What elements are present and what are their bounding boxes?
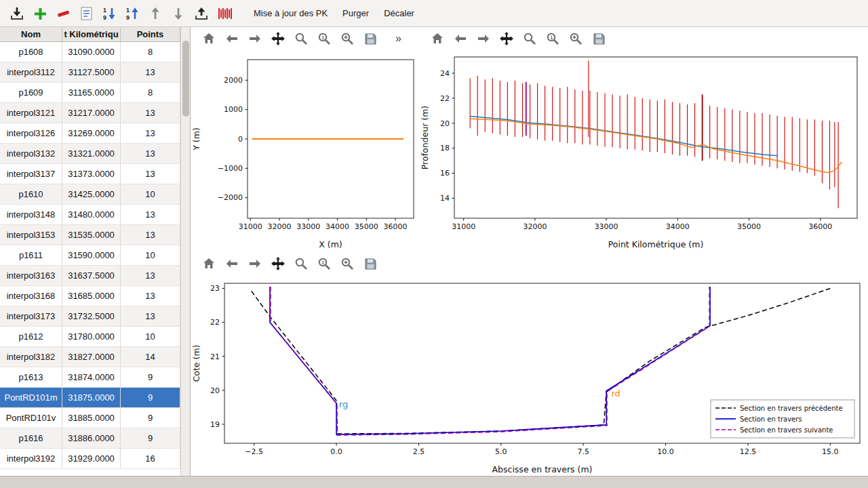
svg-text:Section en travers précédente: Section en travers précédente (740, 405, 843, 412)
table-row[interactable]: interpol315331535.000013 (0, 225, 180, 245)
cell-points: 10 (121, 327, 180, 347)
svg-text:Cote (m): Cote (m) (191, 345, 201, 382)
table-row[interactable]: p161131590.000010 (0, 245, 180, 266)
home-icon[interactable] (430, 31, 445, 46)
menu-purger[interactable]: Purger (336, 4, 376, 22)
move-down-icon[interactable] (168, 3, 189, 24)
svg-text:9: 9 (103, 14, 106, 21)
svg-text:Point Kilométrique (m): Point Kilométrique (m) (608, 239, 704, 249)
pan-icon[interactable] (271, 256, 285, 271)
cell-nom: p1613 (0, 367, 62, 388)
add-icon[interactable] (30, 3, 50, 24)
table-row[interactable]: p160931165.00008 (0, 83, 180, 103)
remove-icon[interactable] (53, 3, 73, 24)
main-toolbar: 19 19 Mise à jour des PK Purger Décaler (0, 0, 868, 27)
pan-icon[interactable] (499, 31, 514, 46)
back-icon[interactable] (453, 31, 468, 46)
zoom-in-icon[interactable] (568, 31, 583, 46)
svg-text:5.0: 5.0 (495, 447, 507, 456)
svg-text:34000: 34000 (666, 222, 690, 231)
table-row[interactable]: p161231780.000010 (0, 327, 180, 347)
cell-pk: 31480.0000 (62, 205, 121, 225)
back-icon[interactable] (224, 256, 239, 271)
pk-sections-icon[interactable] (214, 3, 235, 24)
table-row[interactable]: interpol312131217.000013 (0, 103, 180, 123)
cell-pk: 31780.0000 (62, 327, 121, 347)
zoom-in-icon[interactable] (340, 256, 355, 271)
table-row[interactable]: p161331874.00009 (0, 367, 180, 388)
save-icon[interactable] (363, 256, 378, 271)
cell-points: 13 (121, 266, 180, 286)
sort-descending-icon[interactable]: 19 (122, 3, 142, 24)
table-row[interactable]: PontRD101m31875.00009 (0, 388, 180, 408)
svg-text:22: 22 (210, 318, 220, 327)
column-header-pk[interactable]: t Kilométriqu (62, 27, 121, 41)
home-icon[interactable] (201, 256, 216, 271)
column-header-points[interactable]: Points (121, 27, 180, 41)
forward-icon[interactable] (248, 31, 262, 46)
table-row[interactable]: interpol316831685.000013 (0, 286, 180, 306)
home-icon[interactable] (201, 31, 216, 46)
column-header-nom[interactable]: Nom (0, 27, 62, 41)
table-row[interactable]: interpol313731373.000013 (0, 164, 180, 184)
menu-decaler[interactable]: Décaler (377, 4, 421, 22)
menu-mise-a-jour-pk[interactable]: Mise à jour des PK (247, 4, 334, 22)
table-row[interactable]: PontRD101v31885.00009 (0, 408, 180, 428)
move-up-icon[interactable] (145, 3, 165, 24)
save-icon[interactable] (591, 31, 606, 46)
export-icon[interactable] (191, 3, 212, 24)
cell-points: 14 (121, 347, 180, 367)
zoom-original-icon[interactable]: 1 (317, 256, 332, 271)
svg-text:15.0: 15.0 (822, 447, 839, 456)
cell-points: 13 (121, 306, 180, 327)
table-row[interactable]: interpol319231929.000016 (0, 449, 180, 469)
svg-text:rg: rg (339, 399, 348, 409)
cell-nom: interpol3192 (0, 449, 62, 469)
svg-text:Profondeur (m): Profondeur (m) (420, 106, 430, 169)
cell-pk: 31885.0000 (62, 408, 121, 428)
zoom-icon[interactable] (294, 31, 309, 46)
table-row[interactable]: p161631886.00009 (0, 428, 180, 449)
save-icon[interactable] (363, 31, 378, 46)
table-row[interactable]: interpol312631269.000013 (0, 123, 180, 144)
table-row[interactable]: interpol314831480.000013 (0, 205, 180, 225)
sort-ascending-icon[interactable]: 19 (99, 3, 119, 24)
table-scrollbar[interactable] (180, 27, 190, 476)
svg-text:1: 1 (550, 35, 553, 41)
table-row[interactable]: p161031425.000010 (0, 184, 180, 205)
plan-view-chart[interactable]: 310003200033000340003500036000−2000−1000… (191, 50, 419, 251)
zoom-original-icon[interactable]: 1 (317, 31, 332, 46)
cell-points: 9 (121, 388, 180, 408)
scrollbar-thumb[interactable] (182, 41, 189, 117)
svg-text:1: 1 (321, 260, 325, 266)
cross-section-chart[interactable]: −2.50.02.55.07.510.012.515.01920212223Ab… (191, 275, 868, 476)
cell-pk: 31127.5000 (62, 62, 121, 83)
cell-points: 13 (121, 144, 180, 164)
cell-pk: 31217.0000 (62, 103, 121, 123)
table-row[interactable]: interpol316331637.500013 (0, 266, 180, 286)
cross-section-toolbar: 1 (191, 252, 868, 275)
table-row[interactable]: interpol318231827.000014 (0, 347, 180, 367)
svg-text:14: 14 (440, 194, 450, 203)
toolbar-overflow[interactable]: » (395, 33, 401, 45)
zoom-icon[interactable] (294, 256, 309, 271)
long-profile-chart[interactable]: 3100032000330003400035000360001416182022… (419, 50, 868, 251)
forward-icon[interactable] (248, 256, 262, 271)
zoom-original-icon[interactable]: 1 (545, 31, 560, 46)
forward-icon[interactable] (476, 31, 491, 46)
import-icon[interactable] (7, 3, 27, 24)
table-row[interactable]: interpol313231321.000013 (0, 144, 180, 164)
table-row[interactable]: interpol311231127.500013 (0, 62, 180, 83)
cell-pk: 31732.5000 (62, 306, 121, 327)
svg-text:20: 20 (440, 119, 450, 128)
zoom-icon[interactable] (522, 31, 537, 46)
edit-icon[interactable] (76, 3, 96, 24)
table-row[interactable]: interpol317331732.500013 (0, 306, 180, 327)
svg-text:19: 19 (210, 420, 220, 429)
pan-icon[interactable] (271, 31, 285, 46)
back-icon[interactable] (224, 31, 239, 46)
svg-text:2.5: 2.5 (413, 447, 425, 456)
table-row[interactable]: p160831090.00008 (0, 42, 180, 62)
svg-text:−2.5: −2.5 (245, 447, 263, 456)
zoom-in-icon[interactable] (340, 31, 355, 46)
